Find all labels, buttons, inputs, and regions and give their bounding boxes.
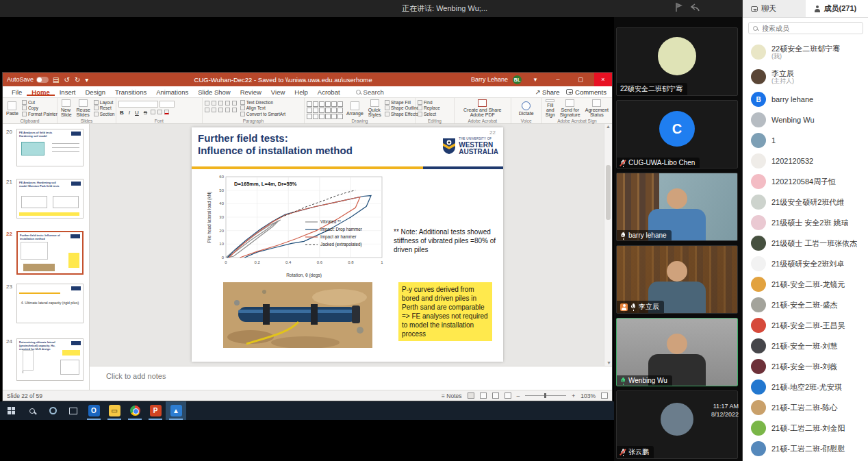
member-row[interactable]: Wenbing Wu	[743, 110, 868, 130]
indent-increase-icon[interactable]	[225, 101, 230, 105]
ribbon-tab-animations[interactable]: Animations	[151, 88, 193, 96]
shape-gallery[interactable]	[307, 101, 343, 117]
char-spacing-icon[interactable]	[151, 110, 155, 114]
video-tile[interactable]: 22硕安全二班郁宁骞	[616, 27, 738, 96]
justify-icon[interactable]	[225, 108, 230, 112]
format-painter-button[interactable]: Format Painter	[22, 112, 58, 116]
redo-icon[interactable]: ↻	[75, 76, 80, 84]
member-row[interactable]: 21级硕研安全2班刘卓	[743, 253, 868, 274]
cortana-taskbar-icon[interactable]	[42, 401, 63, 420]
meeting-active-taskbar-icon[interactable]: ▲	[166, 401, 186, 420]
font-size-select[interactable]	[159, 101, 175, 108]
smartart-button[interactable]: Convert to SmartArt	[240, 112, 285, 116]
powerpoint-taskbar-icon[interactable]: P	[145, 401, 166, 420]
ribbon-tab-acrobat[interactable]: Acrobat	[313, 88, 345, 96]
share-button[interactable]: ↗ Share	[535, 88, 559, 96]
member-row[interactable]: 1202120584周子恒	[743, 171, 868, 192]
zoom-out-button[interactable]: –	[517, 393, 520, 399]
member-row[interactable]: 21硕-安全二班-王昌昊	[743, 315, 868, 336]
ribbon-tab-help[interactable]: Help	[290, 88, 313, 96]
comments-button[interactable]: Comments	[566, 88, 607, 96]
align-right-icon[interactable]	[218, 108, 223, 112]
start-taskbar-icon[interactable]	[1, 401, 22, 420]
cut-button[interactable]: Cut	[22, 100, 58, 105]
arrange-button[interactable]: Arrange	[345, 99, 365, 117]
member-row[interactable]: 21级硕士 安全2班 姚瑞	[743, 212, 868, 233]
task-view-taskbar-icon[interactable]	[63, 401, 84, 420]
normal-view-icon[interactable]	[468, 393, 474, 399]
slide-thumbnail-20[interactable]: FE Analyses of field tests Hardening soi…	[16, 129, 84, 166]
ribbon-tab-slide-show[interactable]: Slide Show	[193, 88, 235, 96]
indent-decrease-icon[interactable]	[218, 101, 223, 105]
ribbon-tab-view[interactable]: View	[266, 88, 290, 96]
font-name-select[interactable]	[118, 101, 158, 108]
search-taskbar-icon[interactable]	[22, 401, 42, 420]
video-tile[interactable]: CCUG-UWA-Libo Chen	[616, 100, 738, 169]
ribbon-tab-home[interactable]: Home	[27, 88, 54, 96]
slide-canvas[interactable]: Further field tests: Influence of instal…	[192, 127, 503, 362]
zoom-level[interactable]: 103%	[580, 393, 596, 399]
strikethrough-button[interactable]: S	[142, 110, 149, 116]
member-row[interactable]: 1	[743, 130, 868, 151]
member-row[interactable]: 21级安全硕研2班代维	[743, 192, 868, 212]
member-row[interactable]: 李立辰(主持人)	[743, 64, 868, 89]
member-search[interactable]	[748, 22, 863, 34]
select-button[interactable]: Select	[418, 112, 440, 116]
customize-qat-icon[interactable]: ▾	[85, 76, 88, 84]
zoom-in-button[interactable]: +	[572, 393, 575, 399]
member-row[interactable]: 21硕-地空2班-尤安琪	[743, 377, 868, 397]
notes-toggle-button[interactable]: ≡ Notes	[442, 393, 462, 399]
bullets-icon[interactable]	[205, 101, 209, 105]
slide-thumbnail-21[interactable]: FE Analyses: Hardening soil model Shento…	[16, 179, 84, 219]
create-pdf-button[interactable]: Create and Share Adobe PDF	[457, 99, 509, 117]
paste-button[interactable]: Paste	[5, 99, 20, 117]
shape-effects-button[interactable]: Shape Effects	[385, 112, 419, 116]
fill-sign-button[interactable]: Fill and Sign	[544, 99, 557, 117]
video-tile[interactable]: 张云鹏	[616, 390, 738, 459]
chrome-taskbar-icon[interactable]	[125, 401, 145, 420]
scrollbar-thumb[interactable]	[606, 165, 611, 220]
member-row[interactable]: 21硕-工岩二班-陈心	[743, 397, 868, 418]
member-row[interactable]: 21硕-安全一班-刘薇	[743, 356, 868, 377]
reset-button[interactable]: Reset	[94, 105, 115, 110]
slide-thumbnail-24[interactable]: Determining ultimate lateral (geotechnic…	[16, 338, 84, 381]
member-row[interactable]: 21硕-工岩二班-刘金阳	[743, 418, 868, 438]
reading-view-icon[interactable]	[492, 393, 499, 399]
align-center-icon[interactable]	[212, 108, 216, 112]
italic-button[interactable]: I	[127, 110, 131, 116]
slide-thumbnail-23[interactable]: 4. Ultimate lateral capacity (rigid pile…	[16, 284, 84, 323]
minimize-button[interactable]: –	[549, 73, 567, 86]
ribbon-tab-review[interactable]: Review	[235, 88, 266, 96]
user-avatar[interactable]: BL	[513, 75, 522, 84]
replace-button[interactable]: Replace	[418, 105, 440, 110]
zoom-slider[interactable]	[525, 395, 566, 396]
outlook-taskbar-icon[interactable]: O	[84, 401, 104, 420]
ribbon-tab-design[interactable]: Design	[80, 88, 110, 96]
underline-button[interactable]: U	[133, 110, 140, 116]
video-tile[interactable]: 李立辰	[616, 245, 738, 314]
member-row[interactable]: 21硕-工岩二班-邵慰慰	[743, 438, 868, 459]
member-row[interactable]: 21硕-安全二班-龙镜元	[743, 274, 868, 295]
taskbar-clock[interactable]: 11:17 AM 8/12/2022	[688, 402, 739, 419]
fit-to-window-icon[interactable]	[601, 393, 608, 399]
font-color-icon[interactable]	[164, 110, 169, 114]
quick-styles-button[interactable]: Quick Styles	[367, 99, 383, 117]
member-row[interactable]: 1202120532	[743, 151, 868, 171]
ribbon-tab-file[interactable]: File	[7, 88, 27, 96]
bold-button[interactable]: B	[118, 110, 125, 116]
text-direction-button[interactable]: Text Direction	[240, 100, 285, 105]
notes-pane[interactable]: Click to add notes	[90, 366, 612, 391]
member-row[interactable]: Bbarry lehane	[743, 89, 868, 110]
video-tile[interactable]: barry lehane	[616, 173, 738, 241]
member-row[interactable]: 21硕-安全一班-刘慧	[743, 336, 868, 356]
undo-icon[interactable]: ↺	[64, 76, 69, 84]
tab-members[interactable]: 成员(271)	[806, 0, 868, 17]
new-slide-button[interactable]: New Slide	[60, 99, 73, 117]
vertical-scrollbar[interactable]: ▲▼	[604, 124, 612, 366]
send-signature-button[interactable]: Send for Signature	[559, 99, 582, 117]
shape-outline-button[interactable]: Shape Outline	[385, 105, 419, 110]
dictate-button[interactable]: Dictate	[513, 99, 539, 117]
member-row[interactable]: 21硕-安全二班-盛杰	[743, 295, 868, 315]
reuse-slides-button[interactable]: Reuse Slides	[75, 99, 92, 117]
slide-thumbnail-22[interactable]: Further field tests: Influence of instal…	[16, 231, 84, 275]
